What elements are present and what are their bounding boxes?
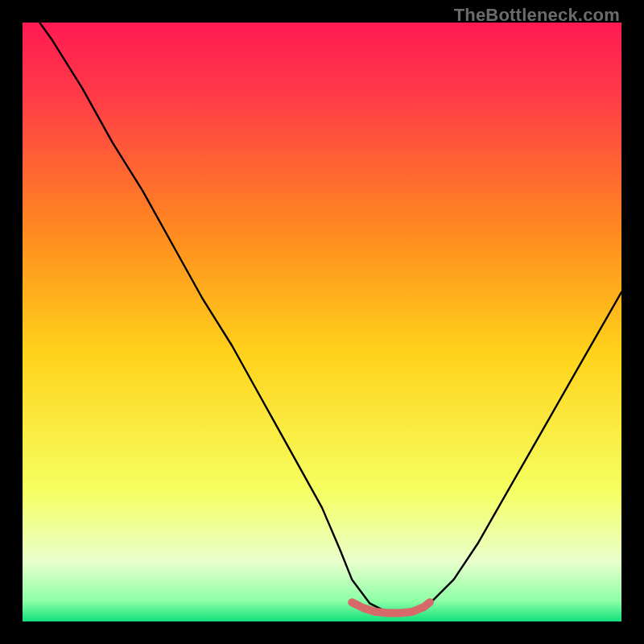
plot-area [23, 23, 621, 621]
curve-layer [23, 23, 621, 621]
chart-stage: TheBottleneck.com [0, 0, 644, 644]
minimum-highlight [352, 602, 430, 613]
watermark-text: TheBottleneck.com [454, 5, 620, 26]
bottleneck-curve [23, 23, 621, 614]
